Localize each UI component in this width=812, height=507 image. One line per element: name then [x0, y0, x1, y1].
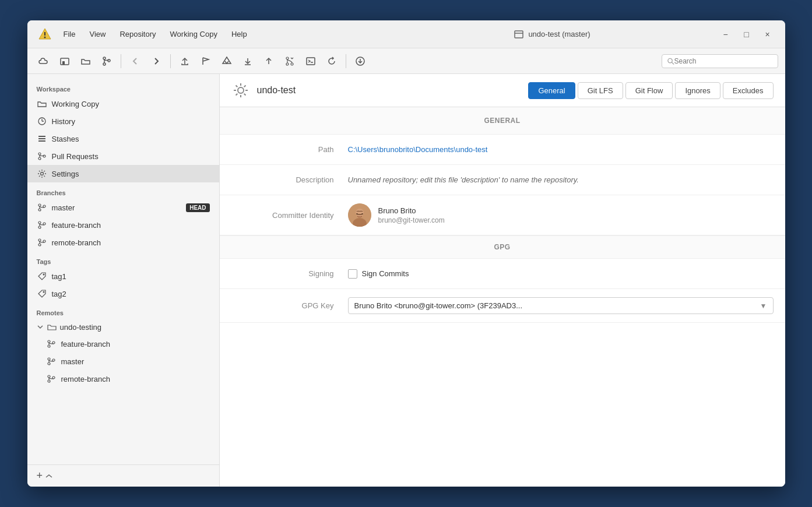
sidebar-item-history[interactable]: History [27, 112, 219, 130]
menu-bar: File View Repository Working Copy Help [58, 27, 388, 41]
signing-label: Signing [231, 269, 348, 278]
sidebar-branch-feature[interactable]: feature-branch [27, 216, 219, 234]
remote-branch-feature-icon [46, 339, 57, 349]
tab-ignores[interactable]: Ignores [675, 82, 720, 99]
gear-icon [37, 168, 47, 179]
pr-icon [37, 151, 47, 161]
sidebar-item-settings[interactable]: Settings [27, 165, 219, 182]
fetch-icon [242, 56, 253, 66]
svg-rect-30 [38, 140, 45, 142]
remote-branch-master[interactable]: master [27, 353, 219, 370]
cloud-button[interactable] [34, 52, 53, 71]
head-badge: HEAD [186, 203, 209, 212]
cloud-icon [38, 56, 49, 66]
search-icon [667, 57, 674, 65]
close-button[interactable]: × [760, 26, 776, 43]
content-area: undo-test General Git LFS Git Flow Ignor… [220, 74, 785, 487]
search-box[interactable] [662, 54, 778, 68]
remote-branch-remote-branch[interactable]: remote-branch [27, 370, 219, 388]
search-input[interactable] [674, 57, 773, 65]
maximize-button[interactable]: □ [739, 26, 755, 43]
stash-list-icon [37, 133, 47, 144]
menu-help[interactable]: Help [226, 27, 253, 41]
remote-branch-feature[interactable]: feature-branch [27, 335, 219, 353]
window-icon [514, 30, 523, 39]
back-button[interactable] [126, 52, 145, 71]
forward-button[interactable] [147, 52, 166, 71]
sidebar-item-stashes[interactable]: Stashes [27, 130, 219, 147]
flag-button[interactable] [196, 52, 215, 71]
sidebar-branch-master[interactable]: master HEAD [27, 199, 219, 216]
remotes-section-header: Remotes [27, 302, 219, 319]
avatar-image [348, 203, 371, 227]
committer-name: Bruno Brito [378, 206, 445, 215]
sidebar-item-pull-requests[interactable]: Pull Requests [27, 147, 219, 165]
gpg-key-row: GPG Key Bruno Brito <bruno@git-tower.com… [220, 289, 785, 323]
home-button[interactable] [55, 52, 74, 71]
sign-commits-label[interactable]: Sign Commits [348, 269, 774, 279]
sidebar-item-working-copy[interactable]: Working Copy [27, 95, 219, 112]
sidebar-tag-2[interactable]: tag2 [27, 285, 219, 302]
fetch-button[interactable] [238, 52, 257, 71]
sidebar-branch-remote[interactable]: remote-branch [27, 234, 219, 251]
stash-icon [222, 56, 232, 66]
svg-point-50 [48, 340, 50, 343]
svg-point-15 [286, 57, 289, 59]
committer-info: Bruno Brito bruno@git-tower.com [378, 206, 445, 224]
svg-rect-6 [62, 61, 65, 65]
tab-buttons: General Git LFS Git Flow Ignores Exclude… [528, 82, 773, 99]
refresh-button[interactable] [322, 52, 341, 71]
branch-master-icon [37, 202, 47, 213]
tag-icon-2 [37, 288, 47, 299]
push-button[interactable] [259, 52, 278, 71]
repo-header: undo-test General Git LFS Git Flow Ignor… [220, 74, 785, 107]
sign-commits-checkbox[interactable] [348, 269, 357, 279]
download-button[interactable] [351, 52, 370, 71]
sign-commits-text: Sign Commits [362, 269, 409, 278]
app-logo [37, 26, 53, 43]
menu-repository[interactable]: Repository [114, 27, 161, 41]
toolbar-separator-3 [346, 54, 346, 68]
home-icon [59, 56, 70, 66]
stashes-label: Stashes [52, 135, 210, 143]
path-label: Path [231, 145, 348, 154]
committer-identity-row: Committer Identity [220, 195, 785, 235]
sidebar-tag-1[interactable]: tag1 [27, 267, 219, 285]
gpg-key-text: Bruno Brito <bruno@git-tower.com> (3F239… [354, 301, 523, 310]
path-value[interactable]: C:\Users\brunobrito\Documents\undo-test [348, 145, 774, 154]
tab-git-lfs[interactable]: Git LFS [578, 82, 623, 99]
repo-name: undo-test [257, 85, 522, 96]
minimize-button[interactable]: − [718, 26, 734, 43]
sidebar-footer[interactable]: + [27, 464, 219, 487]
gpg-section-title: GPG [220, 235, 785, 259]
share-button[interactable] [175, 52, 194, 71]
tab-git-flow[interactable]: Git Flow [625, 82, 673, 99]
description-label: Description [231, 175, 348, 184]
svg-point-45 [38, 244, 41, 246]
branches-section-header: Branches [27, 182, 219, 199]
settings-content: GENERAL Path C:\Users\brunobrito\Documen… [220, 107, 785, 487]
svg-point-51 [48, 345, 50, 347]
svg-point-16 [286, 63, 289, 65]
branch-icon [101, 56, 112, 66]
feature-branch-label: feature-branch [52, 221, 210, 230]
menu-working-copy[interactable]: Working Copy [164, 27, 223, 41]
gpg-key-dropdown[interactable]: Bruno Brito <bruno@git-tower.com> (3F239… [348, 297, 774, 314]
add-button[interactable]: + [37, 470, 43, 482]
remote-undo-testing[interactable]: undo-testing [27, 319, 219, 335]
svg-point-55 [48, 362, 50, 365]
svg-point-32 [38, 157, 41, 160]
folder-button[interactable] [76, 52, 95, 71]
terminal-button[interactable] [301, 52, 320, 71]
branch-button[interactable] [97, 52, 116, 71]
svg-point-64 [356, 209, 364, 217]
tab-general[interactable]: General [528, 82, 575, 99]
stash-button[interactable] [217, 52, 236, 71]
folder-icon [80, 56, 91, 66]
menu-file[interactable]: File [58, 27, 82, 41]
avatar [348, 203, 371, 227]
merge-button[interactable] [280, 52, 299, 71]
tab-excludes[interactable]: Excludes [723, 82, 774, 99]
menu-view[interactable]: View [83, 27, 111, 41]
svg-point-62 [238, 87, 244, 93]
